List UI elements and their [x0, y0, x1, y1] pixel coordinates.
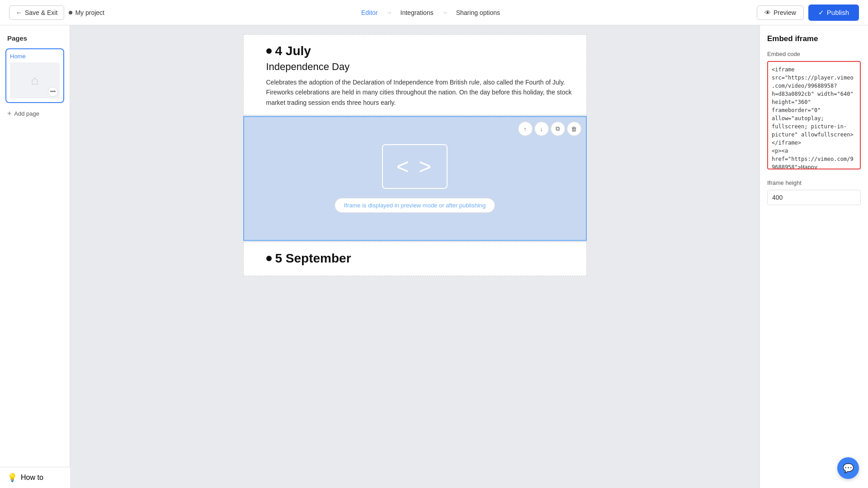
page-label-home: Home [10, 53, 60, 60]
publish-button[interactable]: ✓ Publish [808, 5, 859, 21]
nav-left: ← Save & Exit My project [9, 5, 104, 20]
add-page-label: Add page [14, 110, 39, 117]
save-exit-label: Save & Exit [25, 9, 57, 16]
nav-right: 👁 Preview ✓ Publish [757, 5, 859, 21]
lightbulb-icon: 💡 [7, 473, 17, 483]
embed-code-label: Embed code [767, 51, 861, 57]
pages-title: Pages [5, 34, 64, 42]
sidebar: Pages Home ⌂ ••• + Add page [0, 25, 70, 488]
publish-label: Publish [827, 9, 849, 16]
block-heading-independence: Independence Day [266, 61, 573, 73]
messenger-button[interactable]: 💬 [837, 457, 859, 479]
right-panel: Embed iframe Embed code <iframe src="htt… [760, 25, 868, 488]
add-page-button[interactable]: + Add page [5, 108, 64, 119]
panel-title: Embed iframe [767, 34, 861, 43]
arrow-left-icon: ← [16, 9, 22, 16]
content-block-july: 4 July Independence Day Celebrates the a… [243, 34, 587, 115]
how-to-label: How to [21, 474, 43, 482]
date-section: 4 July [266, 44, 573, 58]
delete-button[interactable]: 🗑 [567, 122, 581, 136]
dot-icon [69, 11, 72, 14]
iframe-height-label: Iframe height [767, 179, 861, 186]
move-down-button[interactable]: ↓ [534, 122, 549, 136]
code-icon-box: < > [382, 144, 448, 189]
bullet-icon-sep [266, 256, 272, 261]
bullet-icon [266, 48, 272, 54]
home-icon: ⌂ [31, 73, 39, 88]
page-thumbnail: ⌂ ••• [10, 62, 60, 99]
preview-button[interactable]: 👁 Preview [757, 5, 804, 20]
plus-icon: + [7, 109, 11, 117]
move-up-button[interactable]: ↑ [518, 122, 533, 136]
project-name: My project [69, 9, 104, 16]
code-brackets-icon: < > [396, 154, 433, 179]
page-card-home[interactable]: Home ⌂ ••• [5, 48, 64, 103]
date-heading-sep: 5 September [275, 251, 573, 266]
preview-label: Preview [774, 9, 796, 16]
tab-sharing[interactable]: Sharing options [453, 7, 504, 18]
check-icon: ✓ [818, 9, 824, 17]
nav-center-tabs: Editor → Integrations → Sharing options [358, 7, 504, 18]
chat-icon: 💬 [843, 463, 854, 474]
tab-integrations[interactable]: Integrations [397, 7, 437, 18]
arrow-icon-1: → [386, 9, 392, 16]
top-navigation: ← Save & Exit My project Editor → Integr… [0, 0, 868, 25]
save-exit-button[interactable]: ← Save & Exit [9, 5, 64, 20]
iframe-block: ↑ ↓ ⧉ 🗑 < > Iframe is displayed in previ… [243, 116, 587, 241]
iframe-controls: ↑ ↓ ⧉ 🗑 [518, 122, 581, 136]
page-options-button[interactable]: ••• [48, 87, 58, 97]
iframe-preview-message: Iframe is displayed in preview mode or a… [335, 198, 495, 213]
editor-canvas: 4 July Independence Day Celebrates the a… [70, 25, 760, 488]
arrow-icon-2: → [442, 9, 448, 16]
date-section-sep: 5 September [266, 251, 573, 266]
duplicate-button[interactable]: ⧉ [551, 122, 565, 136]
content-block-september: 5 September [243, 242, 587, 276]
main-layout: Pages Home ⌂ ••• + Add page 4 July Indep… [0, 25, 868, 488]
date-heading-july: 4 July [275, 44, 573, 58]
iframe-height-input[interactable] [767, 190, 861, 205]
project-name-label: My project [75, 9, 104, 16]
tab-editor[interactable]: Editor [358, 7, 382, 18]
eye-icon: 👁 [764, 9, 771, 16]
embed-code-textarea[interactable]: <iframe src="https://player.vimeo.com/vi… [767, 61, 861, 169]
how-to-bar[interactable]: 💡 How to [0, 467, 70, 488]
block-body-text: Celebrates the adoption of the Declarati… [266, 77, 573, 108]
